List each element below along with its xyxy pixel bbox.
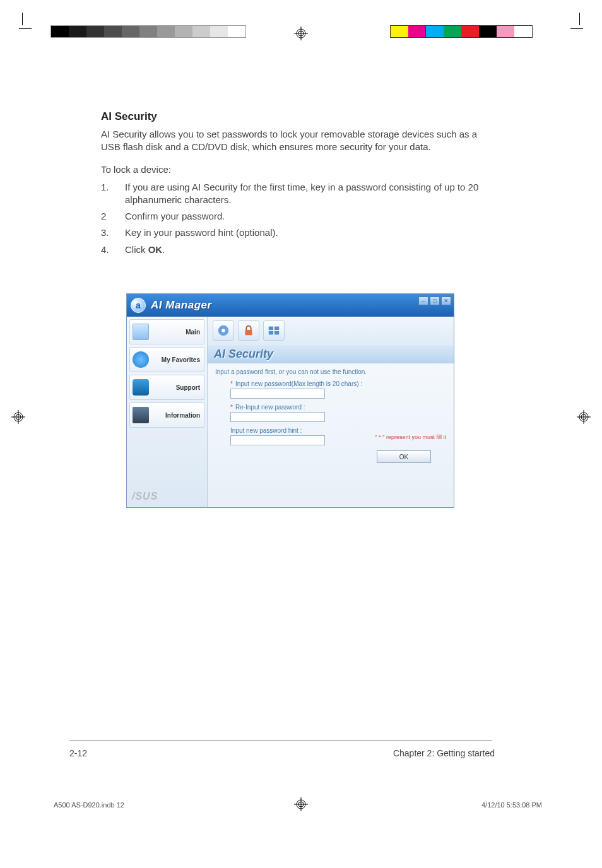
registration-mark-right xyxy=(577,410,591,424)
information-icon xyxy=(133,407,149,423)
titlebar: a AI Manager – □ ✕ xyxy=(127,294,454,317)
new-password-input[interactable] xyxy=(230,389,325,399)
page-content: AI Security AI Security allows you to se… xyxy=(101,110,492,260)
step-text: Key in your password hint (optional). xyxy=(125,226,492,239)
step-text: Confirm your password. xyxy=(125,210,492,223)
app-logo-icon: a xyxy=(131,298,146,313)
footer-rule xyxy=(69,740,492,741)
toolbar xyxy=(208,317,454,344)
steps-list: 1. If you are using AI Security for the … xyxy=(101,181,492,256)
sidebar-item-information[interactable]: Information xyxy=(129,402,204,428)
sidebar-item-favorites[interactable]: My Favorites xyxy=(129,347,204,372)
form-area: Input a password first, or you can not u… xyxy=(208,363,454,468)
chapter-title: Chapter 2: Getting started xyxy=(393,748,495,758)
window-title: AI Manager xyxy=(151,299,212,312)
sidebar: Main My Favorites Support Information /S… xyxy=(127,317,208,507)
disc-icon xyxy=(216,324,230,337)
ok-button[interactable]: OK xyxy=(377,450,431,463)
sidebar-item-label: Support xyxy=(176,384,200,391)
field-label: *Re-Input new password : xyxy=(230,404,446,411)
drives-icon xyxy=(267,324,281,337)
step-item: 2 Confirm your password. xyxy=(101,210,492,223)
svg-rect-14 xyxy=(245,330,252,335)
step-number: 2 xyxy=(101,210,125,223)
page-number: 2-12 xyxy=(69,748,87,758)
registration-mark-bottom xyxy=(294,797,308,811)
maximize-button[interactable]: □ xyxy=(430,296,440,305)
section-title: AI Security xyxy=(208,344,454,363)
step-number: 1. xyxy=(101,181,125,207)
toolbar-lock-button[interactable] xyxy=(238,320,259,341)
brand-logo: /SUS xyxy=(129,488,204,505)
print-marks-top xyxy=(0,13,602,32)
slug-filename: A500 AS-D920.indb 12 xyxy=(54,801,124,809)
field-new-password: *Input new password(Max length is 20 cha… xyxy=(230,380,446,399)
step-number: 4. xyxy=(101,243,125,256)
lead-text: To lock a device: xyxy=(101,164,492,175)
field-reinput-password: *Re-Input new password : xyxy=(230,404,446,422)
content-pane: AI Security Input a password first, or y… xyxy=(208,317,454,507)
gray-swatch-bar xyxy=(50,25,246,38)
step-number: 3. xyxy=(101,226,125,239)
minimize-button[interactable]: – xyxy=(418,296,428,305)
sidebar-item-label: Information xyxy=(165,412,200,419)
field-password-hint: Input new password hint : xyxy=(230,427,446,445)
password-hint-input[interactable] xyxy=(230,435,325,445)
form-instruction: Input a password first, or you can not u… xyxy=(215,368,446,375)
svg-rect-15 xyxy=(269,326,273,330)
lock-icon xyxy=(242,324,256,337)
toolbar-drives-button[interactable] xyxy=(263,320,285,341)
close-button[interactable]: ✕ xyxy=(441,296,451,305)
step-text: Click OK. xyxy=(125,243,492,256)
color-swatch-bar xyxy=(390,25,533,38)
sidebar-item-label: My Favorites xyxy=(162,356,200,363)
sidebar-item-label: Main xyxy=(186,329,200,336)
step-item: 1. If you are using AI Security for the … xyxy=(101,181,492,207)
favorites-icon xyxy=(133,351,149,368)
slug-timestamp: 4/12/10 5:53:08 PM xyxy=(481,801,542,809)
main-icon xyxy=(133,324,149,340)
window-controls: – □ ✕ xyxy=(418,296,451,305)
support-icon xyxy=(133,379,149,396)
registration-mark-top xyxy=(294,26,308,40)
ai-manager-window: a AI Manager – □ ✕ Main My Favorites Sup… xyxy=(126,293,454,508)
registration-mark-left xyxy=(11,410,25,424)
section-heading: AI Security xyxy=(101,110,492,123)
sidebar-item-main[interactable]: Main xyxy=(129,319,204,344)
reinput-password-input[interactable] xyxy=(230,412,325,422)
svg-rect-16 xyxy=(274,326,279,330)
crop-mark-top-left xyxy=(19,13,32,32)
step-text: If you are using AI Security for the fir… xyxy=(125,181,492,207)
step-item: 3. Key in your password hint (optional). xyxy=(101,226,492,239)
field-label: *Input new password(Max length is 20 cha… xyxy=(230,380,446,387)
svg-rect-17 xyxy=(269,331,273,334)
sidebar-item-support[interactable]: Support xyxy=(129,375,204,400)
step-item: 4. Click OK. xyxy=(101,243,492,256)
svg-point-13 xyxy=(221,329,225,332)
crop-mark-top-right xyxy=(570,13,583,32)
toolbar-disc-button[interactable] xyxy=(213,320,234,341)
svg-rect-18 xyxy=(274,331,279,334)
field-label: Input new password hint : xyxy=(230,427,446,434)
intro-paragraph: AI Security allows you to set passwords … xyxy=(101,128,492,154)
